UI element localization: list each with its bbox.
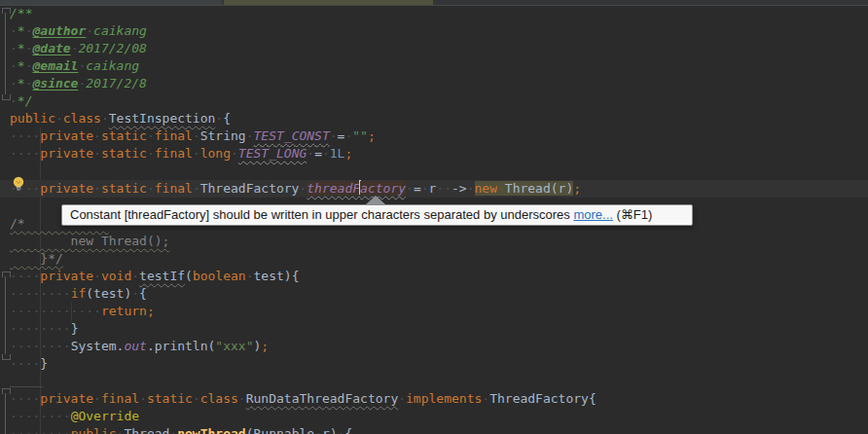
tooltip-more-link[interactable]: more... [573,207,612,222]
whitespace-dots: · [307,146,314,161]
code-line[interactable]: ·*·@email·caikang [0,57,868,75]
code-token: implements [406,391,482,406]
code-token: 2017/2/08 [78,41,146,55]
code-token: class [200,391,238,406]
code-token: { [344,426,352,434]
code-token: caikang [86,58,139,73]
code-line[interactable]: ·*·@since·2017/2/8 [0,75,868,92]
lightbulb-icon[interactable] [12,176,25,192]
code-token: .println( [147,339,215,353]
code-line[interactable]: ····} [0,355,868,373]
whitespace-dots: · [147,181,155,196]
code-token: newThread [177,426,245,434]
tooltip-message: Constant [threadFactory] should be writt… [70,207,573,222]
whitespace-dots: · [482,391,489,406]
code-token: threadF [307,181,360,196]
code-line[interactable]: ····private·static·final·long·TEST_LONG·… [0,145,868,163]
code-token: * [18,76,25,90]
code-token: static [147,391,193,406]
code-token: final [155,181,193,196]
code-line[interactable]: ·*·@date·2017/2/08 [0,40,868,57]
code-token: @Override [71,409,139,423]
whitespace-dots: · [93,269,101,283]
code-token: public [10,111,55,126]
code-token: testIf [139,269,185,283]
code-line[interactable] [0,373,868,390]
whitespace-dots: · [238,391,246,406]
whitespace-dots: · [10,93,18,108]
whitespace-dots: ········ [10,426,71,434]
code-token: final [155,128,193,143]
code-line[interactable]: ·*/ [0,92,868,110]
code-token: ; [368,128,376,143]
code-token: ; [261,339,269,353]
whitespace-dots: · [93,181,101,196]
code-line[interactable]: ·*·@author·caikang [0,22,868,40]
code-line[interactable]: public·class·TestInspection·{ [0,110,868,127]
whitespace-dots: ············ [10,304,101,318]
code-line[interactable]: ····private·static·final·String·TEST_CON… [0,127,868,145]
code-token: private [40,181,93,196]
whitespace-dots: · [93,128,101,143]
code-line[interactable]: ········if(test)·{ [0,285,868,303]
code-line[interactable]: /** [0,5,868,22]
whitespace-dots: · [467,181,475,196]
whitespace-dots: · [215,111,223,126]
code-token: test [254,269,284,283]
whitespace-dots: ········ [10,321,71,336]
code-token: private [40,128,93,143]
whitespace-dots: · [314,426,322,434]
code-line[interactable]: ········System.out.println("xxx"); [0,338,868,355]
whitespace-dots: ········ [10,339,71,353]
code-token: void [101,269,131,283]
code-token: ( [185,269,193,283]
code-token: (Runnable [246,426,314,434]
code-token: ; [344,146,352,161]
code-line[interactable]: ············return; [0,303,868,320]
code-token: ThreadFactory [200,181,300,196]
code-token: boolean [193,269,246,283]
whitespace-dots: · [86,23,93,38]
whitespace-dots: · [10,23,18,38]
code-line[interactable]: }*/ [0,250,868,268]
whitespace-dots: ···· [10,391,40,406]
code-token: /** [10,6,32,20]
whitespace-dots: ·· [436,181,452,196]
whitespace-dots: ········ [10,286,71,301]
code-token: static [101,181,147,196]
whitespace-dots: · [10,76,18,90]
code-token: out [124,339,146,353]
code-token: * [18,58,25,73]
code-token: * [18,41,25,55]
code-token: r) [322,426,338,434]
code-line[interactable]: ····private·void·testIf(boolean·test){ [0,268,868,285]
code-token: class [63,111,101,126]
code-token: 1L [330,146,345,161]
code-token: String [200,128,246,143]
code-line[interactable]: ········public·Thread·newThread(Runnable… [0,425,868,434]
code-token: "xxx" [215,339,253,353]
inspection-tooltip: Constant [threadFactory] should be writt… [61,204,693,226]
whitespace-dots: · [147,128,155,143]
whitespace-dots: · [330,128,338,143]
whitespace-dots: · [10,58,18,73]
code-line[interactable]: new Thread(); [0,233,868,250]
code-token: private [40,269,93,283]
whitespace-dots: · [246,269,254,283]
code-line[interactable] [0,163,868,180]
code-token: ){ [284,269,300,283]
code-token: * [18,23,25,38]
code-line[interactable]: ········} [0,320,868,338]
code-token: TEST_LONG [238,146,307,161]
code-token: }*/ [10,251,63,266]
code-token: TEST_CONST [254,128,330,143]
code-token: private [40,391,93,406]
code-token: { [223,111,231,126]
code-token: "" [352,128,368,143]
code-line[interactable]: ····private·final·static·class·RunDataTh… [0,390,868,408]
code-line[interactable]: ········@Override [0,408,868,425]
code-token: return; [101,304,155,318]
code-token: final [155,146,193,161]
code-line[interactable]: ····private·static·final·ThreadFactory·t… [0,180,868,198]
code-token: -> [452,181,467,196]
